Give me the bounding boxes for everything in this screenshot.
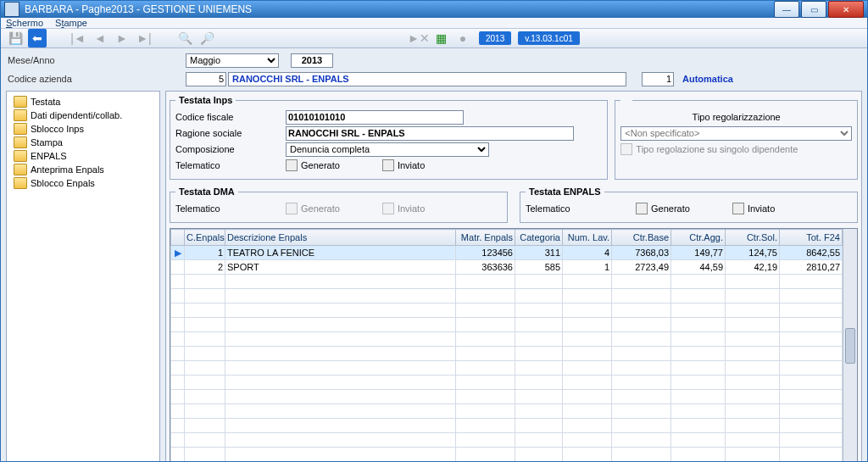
- tree-anteprima-enpals[interactable]: Anteprima Enpals: [8, 163, 158, 176]
- folder-icon: [14, 109, 27, 121]
- tipo-reg-label: Tipo regolarizzazione: [693, 112, 781, 122]
- excel-icon[interactable]: ▦: [431, 29, 450, 47]
- save-icon: 💾: [6, 29, 25, 47]
- company-name: RANOCCHI SRL - ENPALS: [228, 72, 626, 86]
- grid-scrollbar[interactable]: [843, 229, 857, 462]
- testata-dma-legend: Testata DMA: [175, 186, 238, 197]
- testata-inps-legend: Testata Inps: [175, 95, 236, 105]
- zoom-icon: 🔎: [198, 29, 216, 47]
- binocular-icon: 🔍: [175, 29, 194, 47]
- version-badge: v.13.03.1c01: [518, 31, 580, 45]
- month-select[interactable]: Maggio: [186, 53, 279, 68]
- toolbar: 💾 ⬅ |◄ ◄ ► ►| 🔍 🔎 ►✕ ▦ ● 2013 v.13.03.1c…: [1, 29, 867, 48]
- table-row[interactable]: [171, 275, 843, 289]
- table-row[interactable]: [171, 433, 843, 448]
- detail-panel: Testata Inps Codice fiscale Ragione soci…: [165, 91, 862, 462]
- dma-generato-check: [286, 203, 298, 214]
- table-row[interactable]: [171, 361, 843, 376]
- next-icon: ►: [113, 29, 131, 47]
- table-row[interactable]: [171, 390, 843, 404]
- folder-icon: [14, 150, 27, 162]
- mode-label: Automatica: [682, 74, 733, 84]
- tree-dati-dipendenti[interactable]: Dati dipendenti/collab.: [8, 109, 158, 122]
- codice-azienda-label: Codice azienda: [8, 74, 169, 84]
- folder-icon: [14, 123, 27, 135]
- composizione-select[interactable]: Denuncia completa: [286, 142, 489, 157]
- tree-sblocco-inps[interactable]: Sblocco Inps: [8, 122, 158, 136]
- testata-enpals-group: Testata ENPALS Telematico Generato Invia…: [520, 186, 858, 223]
- app-icon: [4, 2, 19, 17]
- tree-stampa[interactable]: Stampa: [8, 136, 158, 149]
- folder-icon: [14, 164, 27, 175]
- mode-code-input[interactable]: [642, 72, 674, 86]
- folder-icon: [14, 96, 27, 108]
- prev-icon: ◄: [91, 29, 109, 47]
- window-title: BARBARA - Paghe2013 - GESTIONE UNIEMENS: [25, 3, 774, 15]
- first-icon: |◄: [69, 29, 87, 47]
- table-row[interactable]: [171, 376, 843, 390]
- enpals-tel-label: Telematico: [526, 203, 636, 214]
- menu-stampe[interactable]: StampeStampe: [55, 18, 87, 28]
- enpals-grid: C.Enpals Descrizione Enpals Matr. Enpals…: [170, 228, 858, 462]
- table-row[interactable]: 2SPORT36363658512723,4944,5942,192810,27: [171, 260, 843, 275]
- rs-label: Ragione sociale: [175, 128, 286, 138]
- cf-label: Codice fiscale: [175, 112, 286, 122]
- enpals-generato-check[interactable]: [636, 203, 648, 214]
- titlebar: BARBARA - Paghe2013 - GESTIONE UNIEMENS …: [1, 1, 867, 18]
- mese-anno-label: Mese/Anno: [8, 55, 169, 65]
- filter-area: Mese/Anno Maggio Codice azienda RANOCCHI…: [1, 48, 867, 91]
- dma-inviato-check: [382, 203, 394, 214]
- minimize-button[interactable]: —: [774, 1, 799, 18]
- table-row[interactable]: [171, 289, 843, 303]
- table-row[interactable]: [171, 404, 843, 419]
- enpals-table[interactable]: C.Enpals Descrizione Enpals Matr. Enpals…: [170, 229, 843, 462]
- company-code-input[interactable]: [186, 72, 226, 86]
- folder-icon: [14, 177, 27, 189]
- menu-schermo[interactable]: SSchermochermo: [6, 18, 43, 28]
- close-button[interactable]: ✕: [828, 1, 864, 18]
- table-row[interactable]: [171, 419, 843, 433]
- last-icon: ►|: [135, 29, 153, 47]
- comp-label: Composizione: [175, 144, 286, 154]
- tipo-reg-select[interactable]: <Non specificato>: [620, 126, 852, 141]
- app-window: BARBARA - Paghe2013 - GESTIONE UNIEMENS …: [0, 0, 868, 462]
- folder-icon: [14, 136, 27, 148]
- table-row[interactable]: [171, 318, 843, 332]
- tree-testata[interactable]: Testata: [8, 95, 158, 109]
- menubar: SSchermochermo StampeStampe: [1, 18, 867, 29]
- table-row[interactable]: [171, 303, 843, 318]
- testata-inps-group: Testata Inps Codice fiscale Ragione soci…: [170, 95, 608, 180]
- year-badge: 2013: [479, 31, 511, 45]
- testata-dma-group: Testata DMA Telematico Generato Inviato: [170, 186, 508, 223]
- tree-enpals[interactable]: ENPALS: [8, 149, 158, 163]
- tipo-regolarizzazione-group: x Tipo regolarizzazione <Non specificato…: [615, 95, 858, 180]
- tree-sblocco-enpals[interactable]: Sblocco Enpals: [8, 176, 158, 190]
- table-row[interactable]: [171, 347, 843, 361]
- back-icon[interactable]: ⬅: [28, 29, 47, 47]
- dma-tel-label: Telematico: [175, 203, 286, 214]
- table-row[interactable]: [171, 448, 843, 462]
- tipo-reg-note: Tipo regolazione su singolo dipendente: [636, 144, 798, 154]
- maximize-button[interactable]: ▭: [801, 1, 826, 18]
- rs-input[interactable]: [286, 126, 574, 141]
- table-row[interactable]: [171, 332, 843, 347]
- nav-tree: Testata Dati dipendenti/collab. Sblocco …: [6, 91, 160, 462]
- skip-end-icon: ►✕: [409, 29, 428, 47]
- generato-check[interactable]: [286, 159, 298, 171]
- testata-enpals-legend: Testata ENPALS: [526, 186, 604, 197]
- tipo-reg-dip-check: [620, 143, 632, 155]
- record-icon: ●: [453, 29, 472, 47]
- year-input[interactable]: [291, 53, 333, 68]
- enpals-inviato-check[interactable]: [732, 203, 744, 214]
- telematico-label: Telematico: [175, 160, 286, 170]
- table-row[interactable]: ▶1TEATRO LA FENICE12345631147368,03149,7…: [171, 246, 843, 260]
- cf-input[interactable]: [286, 110, 464, 125]
- table-header-row: C.Enpals Descrizione Enpals Matr. Enpals…: [171, 230, 843, 246]
- inviato-check[interactable]: [382, 159, 394, 171]
